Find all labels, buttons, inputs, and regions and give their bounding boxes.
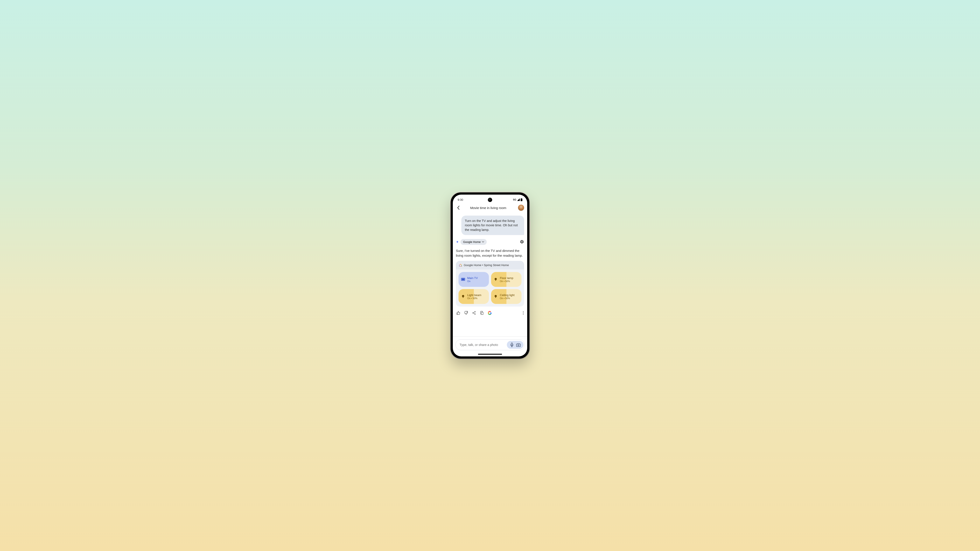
source-row: ✦ Google Home [456, 239, 524, 245]
device-name: Light beam [467, 294, 481, 297]
svg-rect-13 [481, 312, 483, 314]
svg-rect-9 [495, 297, 496, 298]
google-home-icon [459, 264, 462, 267]
bulb-icon [495, 278, 497, 281]
sparkle-icon: ✦ [456, 240, 459, 244]
svg-point-8 [495, 295, 497, 297]
status-network: 5G [513, 198, 516, 201]
settings-button[interactable] [520, 240, 524, 244]
share-button[interactable] [472, 311, 476, 315]
front-camera [488, 198, 492, 202]
device-name: Main TV [467, 276, 478, 279]
page-title: Movie time in living room [461, 206, 516, 210]
more-vertical-icon [523, 311, 524, 314]
device-name: Floor lamp [500, 276, 513, 279]
svg-point-15 [523, 313, 523, 313]
chat-content: Turn on the TV and adjust the living roo… [453, 213, 527, 337]
svg-rect-0 [520, 198, 522, 201]
svg-rect-3 [462, 279, 465, 280]
thumbs-down-icon [464, 311, 468, 315]
device-state: On • 50% [500, 280, 513, 283]
status-time: 9:30 [458, 198, 463, 202]
svg-point-4 [495, 278, 497, 280]
thumbs-down-button[interactable] [464, 311, 468, 315]
more-button[interactable] [523, 311, 524, 314]
device-state: On • 50% [500, 297, 514, 300]
phone-frame: 9:30 5G Movie time in living room Turn o… [450, 192, 530, 359]
thumbs-up-button[interactable] [456, 311, 460, 315]
device-state: On [467, 280, 478, 283]
device-name: Ceiling light [500, 294, 514, 297]
thumbs-up-icon [456, 311, 460, 315]
device-tile-light-beam[interactable]: Light beam On • 50% [458, 289, 489, 304]
chevron-left-icon [457, 206, 460, 210]
device-grid: Main TV On Floor lamp On • 50% [456, 269, 524, 306]
bulb-icon [462, 295, 465, 298]
input-area: Type, talk, or share a photo [453, 337, 527, 353]
svg-point-18 [518, 345, 519, 346]
screen: 9:30 5G Movie time in living room Turn o… [453, 195, 527, 356]
svg-rect-7 [463, 297, 463, 298]
microphone-button[interactable] [509, 343, 515, 347]
input-action-group [507, 341, 523, 349]
source-chip-label: Google Home [463, 240, 480, 244]
svg-rect-1 [521, 198, 522, 199]
signal-icon [517, 198, 520, 201]
svg-point-14 [523, 311, 523, 312]
source-chip[interactable]: Google Home [460, 239, 487, 245]
google-search-button[interactable] [488, 311, 492, 315]
action-row [456, 310, 524, 316]
gear-icon [520, 240, 524, 244]
copy-icon [480, 311, 484, 315]
profile-avatar[interactable] [518, 205, 524, 211]
camera-button[interactable] [515, 343, 521, 347]
share-icon [472, 311, 476, 315]
chevron-down-icon [482, 241, 484, 243]
svg-point-16 [523, 314, 523, 314]
google-g-icon [488, 311, 492, 315]
assistant-reply: Sure, I've turned on the TV and dimmed t… [456, 248, 524, 258]
input-placeholder: Type, talk, or share a photo [460, 343, 507, 346]
device-tile-ceiling-light[interactable]: Ceiling light On • 50% [491, 289, 522, 304]
bulb-icon [495, 295, 497, 298]
svg-rect-17 [511, 343, 512, 345]
device-tile-main-tv[interactable]: Main TV On [458, 272, 489, 287]
microphone-icon [510, 343, 514, 347]
camera-icon [516, 343, 520, 347]
battery-icon [520, 198, 522, 201]
home-card-header: Google Home • Spring Street Home [456, 261, 524, 269]
home-card: Google Home • Spring Street Home Main TV… [456, 261, 524, 306]
copy-button[interactable] [480, 311, 484, 315]
tv-icon [461, 278, 465, 281]
user-message-bubble: Turn on the TV and adjust the living roo… [461, 216, 524, 235]
device-tile-floor-lamp[interactable]: Floor lamp On • 50% [491, 272, 522, 287]
header: Movie time in living room [453, 203, 527, 213]
svg-rect-5 [495, 280, 496, 281]
home-indicator[interactable] [478, 354, 502, 355]
svg-point-6 [462, 295, 464, 297]
home-card-title: Google Home • Spring Street Home [464, 264, 509, 267]
back-button[interactable] [456, 206, 461, 210]
device-state: On • 50% [467, 297, 481, 300]
message-input[interactable]: Type, talk, or share a photo [455, 339, 525, 350]
